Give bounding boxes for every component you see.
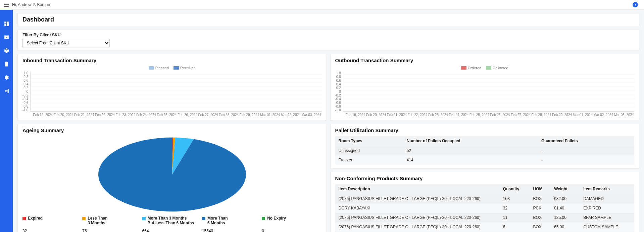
- planned-swatch: [149, 66, 154, 70]
- color-swatch: [22, 217, 26, 220]
- table-row: Freezer414-: [335, 155, 635, 165]
- outbound-plot: [343, 71, 634, 112]
- received-swatch: [174, 66, 179, 70]
- document-icon[interactable]: [3, 61, 9, 67]
- inbound-plot: [30, 71, 321, 112]
- logout-icon[interactable]: [3, 88, 9, 94]
- pallet-panel: Pallet Utilization Summary Room Types Nu…: [330, 124, 640, 168]
- inbound-legend: Planned Received: [22, 66, 322, 70]
- outbound-y-axis: 1.00.80.60.40.20-0.2-0.4-0.6-0.8-1.0: [335, 71, 343, 112]
- color-swatch: [202, 217, 205, 220]
- page-title-bar: Dashboard: [17, 13, 639, 26]
- ageing-title: Ageing Summary: [22, 127, 322, 133]
- ageing-legend-item: No Expiry0: [262, 216, 321, 232]
- settings-icon[interactable]: [3, 74, 9, 80]
- sidebar: [0, 10, 13, 232]
- table-row: Unassigned52-: [335, 146, 635, 155]
- color-swatch: [142, 217, 146, 220]
- package-icon[interactable]: [3, 47, 9, 53]
- pallet-title: Pallet Utilization Summary: [335, 127, 635, 133]
- ordered-swatch: [461, 66, 466, 70]
- ageing-legend-item: Expired32: [22, 216, 82, 232]
- outbound-legend: Ordered Delivered: [335, 66, 635, 70]
- delivered-swatch: [486, 66, 491, 70]
- ageing-legend-item: More Than6 Months15540: [202, 216, 262, 232]
- noncon-panel: Non-Conforming Products Summary Item Des…: [330, 172, 640, 232]
- pallet-col-guaranteed: Guaranteed Pallets: [538, 136, 634, 146]
- greeting-text: Hi, Andrew P. Borbon: [12, 2, 50, 7]
- inbox-icon[interactable]: [3, 34, 9, 40]
- noncon-col-desc: Item Description: [335, 184, 500, 194]
- filter-bar: Filter By Client SKU: Select From Client…: [17, 30, 639, 50]
- inbound-x-axis: Feb 19, 2024Feb 20, 2024Feb 21, 2024Feb …: [33, 113, 322, 117]
- noncon-col-qty: Quantity: [500, 184, 530, 194]
- outbound-title: Outbound Transaction Summary: [335, 57, 635, 63]
- inbound-panel: Inbound Transaction Summary Planned Rece…: [17, 54, 327, 120]
- ageing-panel: Ageing Summary Expired32Less Than3 Month…: [17, 124, 327, 232]
- table-row: (2076) PANGASIUS FILLET GRADE C - LARGE …: [335, 194, 635, 203]
- dashboard-icon[interactable]: [3, 21, 9, 27]
- table-row: DORY KABAYAKI32PCK81.40EXPIRED: [335, 203, 635, 213]
- client-sku-select[interactable]: Select From Client SKU: [22, 39, 110, 47]
- noncon-col-weight: Weight: [551, 184, 580, 194]
- ageing-legend-item: Less Than3 Months76: [82, 216, 142, 232]
- noncon-title: Non-Conforming Products Summary: [335, 176, 635, 181]
- noncon-table: Item Description Quantity UOM Weight Ite…: [335, 184, 635, 232]
- pallet-col-occupied: Number of Pallets Occupied: [403, 136, 538, 146]
- pallet-col-room: Room Types: [335, 136, 403, 146]
- ageing-legend-item: More Than 3 MonthsBut Less Than 6 Months…: [142, 216, 202, 232]
- pallet-table: Room Types Number of Pallets Occupied Gu…: [335, 136, 635, 165]
- noncon-col-uom: UOM: [530, 184, 551, 194]
- page-title: Dashboard: [22, 16, 634, 23]
- topbar: Hi, Andrew P. Borbon i: [0, 0, 644, 10]
- inbound-title: Inbound Transaction Summary: [22, 57, 322, 63]
- noncon-col-remarks: Item Remarks: [580, 184, 634, 194]
- outbound-x-axis: Feb 19, 2024Feb 20, 2024Feb 21, 2024Feb …: [345, 113, 635, 117]
- filter-label: Filter By Client SKU:: [22, 33, 634, 37]
- info-icon[interactable]: i: [633, 2, 638, 7]
- ageing-legend: Expired32Less Than3 Months76More Than 3 …: [22, 216, 322, 232]
- color-swatch: [82, 217, 86, 220]
- outbound-panel: Outbound Transaction Summary Ordered Del…: [330, 54, 640, 120]
- table-row: (2076) PANGASIUS FILLET GRADE C - LARGE …: [335, 213, 635, 222]
- inbound-y-axis: 1.00.80.60.40.20-0.2-0.4-0.6-0.8-1.0: [22, 71, 30, 112]
- menu-toggle-icon[interactable]: [4, 3, 9, 7]
- table-row: (2076) PANGASIUS FILLET GRADE C - LARGE …: [335, 222, 635, 232]
- color-swatch: [262, 217, 265, 220]
- ageing-pie-chart: [92, 136, 253, 213]
